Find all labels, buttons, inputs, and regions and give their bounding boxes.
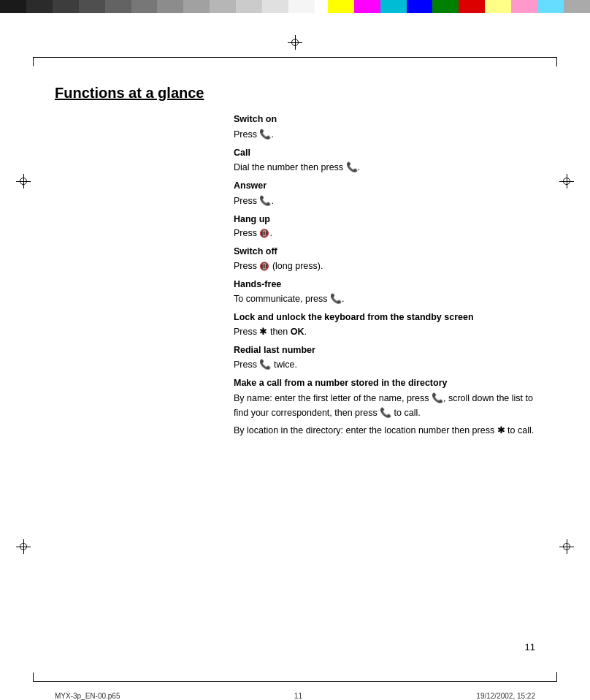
section-handsfree-heading: Hands-free — [234, 278, 546, 292]
phone-icon-6: 📞 — [330, 293, 342, 304]
phone-icon-8: 📞 — [432, 392, 443, 403]
section-handsfree-body: To communicate, press 📞. — [234, 292, 546, 306]
swatch-cyan — [380, 0, 407, 13]
phone-icon-5: 📵 — [259, 262, 269, 270]
section-redial-body: Press 📞 twice. — [234, 357, 546, 372]
phone-icon-3: 📞 — [259, 195, 271, 206]
phone-icon-7: 📞 — [259, 359, 271, 370]
bottom-border-area — [0, 672, 590, 682]
color-bar-top — [0, 0, 590, 13]
section-switch-on-heading: Switch on — [234, 113, 546, 126]
top-reg-mark-container — [0, 35, 590, 50]
section-redial-heading: Redial last number — [234, 343, 546, 357]
swatch-5 — [105, 0, 131, 13]
footer: MYX-3p_EN-00.p65 11 19/12/2002, 15:22 — [0, 692, 590, 700]
swatch-6 — [131, 0, 158, 13]
swatch-blue — [407, 0, 433, 13]
left-reg-mark-bottom — [16, 539, 31, 554]
swatch-lt-yellow — [485, 0, 511, 13]
page-title: Functions at a glance — [55, 85, 590, 102]
swatch-11 — [262, 0, 288, 13]
section-switchoff-heading: Switch off — [234, 245, 546, 259]
left-column — [44, 113, 234, 439]
star-icon-1: ✱ — [259, 327, 267, 337]
left-reg-mark — [16, 174, 31, 189]
content-area: Switch on Press 📞. Call Dial the number … — [44, 113, 546, 439]
section-switchoff-body: Press 📵 (long press). — [234, 259, 546, 273]
swatch-8 — [183, 0, 210, 13]
section-makecall-body-1: By name: enter the first letter of the n… — [234, 391, 546, 420]
right-reg-mark-bottom — [559, 539, 574, 554]
section-hangup-body: Press 📵. — [234, 227, 546, 240]
swatch-12 — [288, 0, 315, 13]
phone-icon-1: 📞 — [259, 129, 271, 140]
swatch-3 — [53, 0, 79, 13]
right-reg-mark — [559, 174, 574, 189]
swatch-lt-cyan — [537, 0, 564, 13]
swatch-9 — [210, 0, 236, 13]
section-makecall-heading: Make a call from a number stored in the … — [234, 376, 546, 390]
footer-left: MYX-3p_EN-00.p65 — [55, 692, 120, 700]
swatch-2 — [26, 0, 53, 13]
swatch-10 — [236, 0, 262, 13]
swatch-red — [459, 0, 485, 13]
section-call-heading: Call — [234, 146, 546, 160]
phone-icon-2: 📞 — [346, 161, 358, 172]
star-icon-2: ✱ — [497, 425, 505, 435]
right-column: Switch on Press 📞. Call Dial the number … — [234, 113, 546, 439]
phone-icon-4: 📵 — [259, 229, 269, 237]
swatch-pink — [511, 0, 537, 13]
swatch-yellow — [328, 0, 354, 13]
swatch-4 — [79, 0, 105, 13]
section-hangup-heading: Hang up — [234, 213, 546, 227]
section-lock-heading: Lock and unlock the keyboard from the st… — [234, 311, 546, 324]
section-call-body: Dial the number then press 📞. — [234, 160, 546, 175]
footer-center: 11 — [294, 692, 302, 700]
page-number: 11 — [525, 642, 535, 653]
section-answer-body: Press 📞. — [234, 194, 546, 208]
footer-right: 19/12/2002, 15:22 — [476, 692, 535, 700]
swatch-gray — [564, 0, 590, 13]
section-switch-on-body: Press 📞. — [234, 127, 546, 142]
section-answer-heading: Answer — [234, 179, 546, 193]
section-lock-body: Press ✱ then OK. — [234, 325, 546, 339]
swatch-7 — [157, 0, 183, 13]
swatch-1 — [0, 0, 26, 13]
section-makecall-body-2: By location in the directory: enter the … — [234, 424, 546, 438]
swatch-magenta — [354, 0, 380, 13]
phone-icon-9: 📞 — [380, 407, 391, 418]
corner-marks-bottom — [33, 672, 557, 681]
swatch-green — [432, 0, 459, 13]
corner-marks-top — [33, 58, 557, 66]
